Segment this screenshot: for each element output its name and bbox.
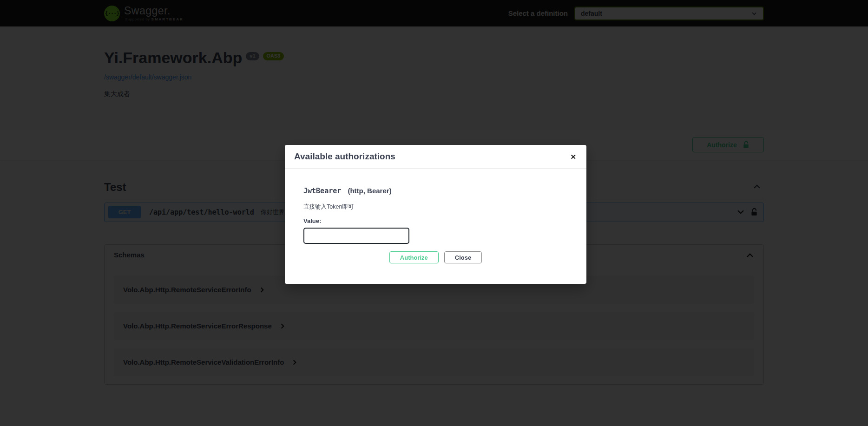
value-label: Value: xyxy=(303,217,568,224)
auth-modal-content: JwtBearer (http, Bearer) 直接输入Token即可 Val… xyxy=(285,169,586,284)
modal-close-action-button[interactable]: Close xyxy=(444,251,482,263)
modal-close-button[interactable]: ✕ xyxy=(566,151,580,162)
auth-scheme-heading: JwtBearer (http, Bearer) xyxy=(303,187,568,195)
auth-button-row: Authorize Close xyxy=(303,251,568,263)
auth-modal-header: Available authorizations ✕ xyxy=(285,145,586,169)
token-input[interactable] xyxy=(303,228,409,244)
auth-scheme-type: (http, Bearer) xyxy=(348,187,391,195)
modal-title: Available authorizations xyxy=(294,151,395,162)
modal-authorize-button[interactable]: Authorize xyxy=(389,251,439,263)
auth-scheme-name: JwtBearer xyxy=(303,187,341,195)
close-icon: ✕ xyxy=(570,153,576,161)
auth-scheme-description: 直接输入Token即可 xyxy=(303,203,568,211)
auth-modal: Available authorizations ✕ JwtBearer (ht… xyxy=(285,145,586,284)
